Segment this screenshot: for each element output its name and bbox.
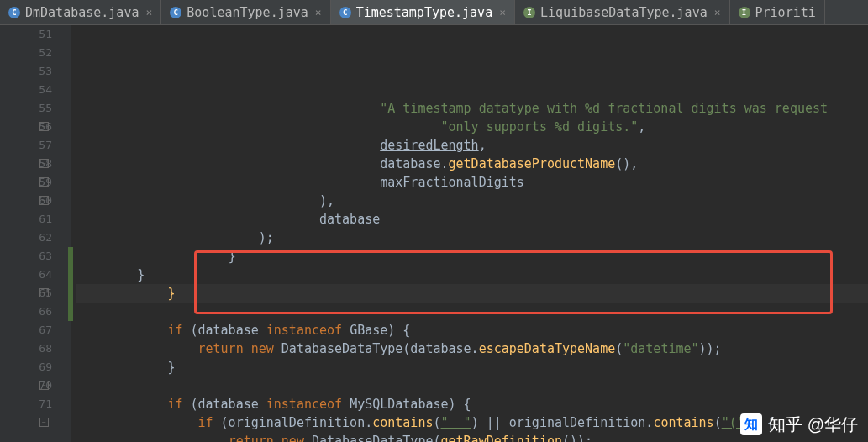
line-number: 60−	[0, 192, 52, 210]
line-number: 51	[0, 25, 52, 44]
close-icon[interactable]: ×	[499, 6, 506, 18]
fold-icon[interactable]: −	[39, 159, 49, 168]
line-number: 63	[0, 247, 52, 266]
code-editor: 515253545556−5758−59−60−6162636465−66676…	[0, 25, 868, 442]
line-number: 68	[0, 339, 52, 358]
fold-icon[interactable]: −	[39, 381, 49, 390]
line-number: 61	[0, 210, 52, 229]
line-number: 66	[0, 303, 52, 321]
zhihu-logo-icon: 知	[740, 413, 762, 435]
line-number: 65−	[0, 284, 52, 303]
file-type-icon: I	[523, 7, 535, 18]
line-number: 55	[0, 99, 52, 118]
watermark: 知 知乎 @华仔	[740, 413, 858, 435]
gutter: 515253545556−5758−59−60−6162636465−66676…	[0, 25, 71, 442]
fold-icon[interactable]: −	[39, 418, 49, 427]
tab-4[interactable]: IPrioriti	[730, 0, 825, 24]
tab-bar: CDmDatabase.java×CBooleanType.java×CTime…	[0, 0, 868, 25]
tab-label: TimestampType.java	[356, 5, 493, 20]
code-line[interactable]: database.getDatabaseProductName(),	[76, 155, 868, 173]
code-line[interactable]: ),	[76, 192, 868, 210]
line-number: 58−	[0, 155, 52, 173]
code-line[interactable]	[76, 376, 868, 395]
code-line[interactable]	[76, 303, 868, 321]
line-number: 54	[0, 81, 52, 99]
code-line[interactable]: if (database instanceof GBase) {	[76, 321, 868, 339]
tab-label: DmDatabase.java	[25, 5, 139, 20]
tab-3[interactable]: ILiquibaseDataType.java×	[515, 0, 730, 24]
fold-icon[interactable]: −	[39, 196, 49, 205]
tab-1[interactable]: CBooleanType.java×	[161, 0, 330, 24]
watermark-text: 知乎 @华仔	[769, 415, 858, 434]
tab-2[interactable]: CTimestampType.java×	[331, 0, 515, 24]
line-number: 69	[0, 358, 52, 376]
close-icon[interactable]: ×	[714, 6, 721, 18]
line-number: 56−	[0, 118, 52, 136]
code-line[interactable]: if (database instanceof MySQLDatabase) {	[76, 395, 868, 413]
file-type-icon: C	[339, 7, 351, 18]
tab-label: Prioriti	[755, 5, 816, 20]
code-line[interactable]: desiredLength,	[76, 136, 868, 155]
line-number: 64	[0, 266, 52, 284]
code-line[interactable]: "only supports %d digits.",	[76, 118, 868, 136]
line-number: 53	[0, 62, 52, 81]
line-number: 59−	[0, 173, 52, 192]
line-number: 71	[0, 395, 52, 413]
close-icon[interactable]: ×	[145, 6, 152, 18]
code-line[interactable]: return new DatabaseDataType(database.esc…	[76, 339, 868, 358]
code-line[interactable]: }	[76, 266, 868, 284]
code-line[interactable]: database	[76, 210, 868, 229]
file-type-icon: C	[170, 7, 181, 18]
line-number: 57	[0, 136, 52, 155]
tab-label: LiquibaseDataType.java	[540, 5, 708, 20]
tab-label: BooleanType.java	[187, 5, 308, 20]
fold-icon[interactable]: −	[39, 122, 49, 131]
close-icon[interactable]: ×	[315, 6, 322, 18]
code-line[interactable]: "A timestamp datatype with %d fractional…	[76, 99, 868, 118]
code-line[interactable]: );	[76, 229, 868, 247]
code-area[interactable]: 知 知乎 @华仔 "A timestamp datatype with %d f…	[71, 25, 868, 442]
line-number: 52	[0, 44, 52, 62]
code-line[interactable]: }	[76, 358, 868, 376]
fold-icon[interactable]: −	[39, 177, 49, 187]
line-number: −	[0, 413, 52, 432]
line-number: 62	[0, 229, 52, 247]
line-number: 70−	[0, 376, 52, 395]
file-type-icon: I	[739, 7, 750, 18]
fold-icon[interactable]: −	[39, 288, 49, 297]
file-type-icon: C	[8, 7, 20, 18]
code-line[interactable]: }	[76, 284, 868, 303]
code-line[interactable]: maxFractionalDigits	[76, 173, 868, 192]
tab-0[interactable]: CDmDatabase.java×	[0, 0, 161, 24]
code-line[interactable]: }	[76, 247, 868, 266]
line-number: 67	[0, 321, 52, 339]
